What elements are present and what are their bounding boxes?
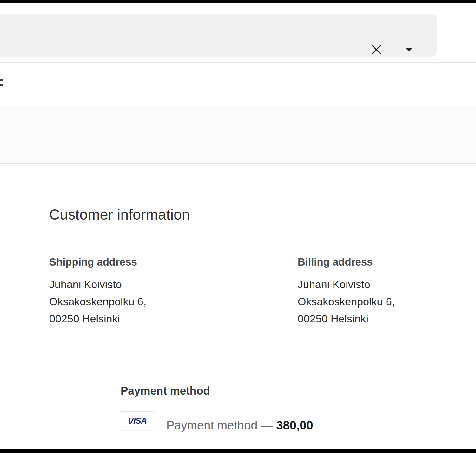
banner-strip [0, 106, 476, 163]
close-icon[interactable] [369, 43, 383, 57]
divider-top [0, 62, 476, 63]
bottom-edge-bar [0, 449, 476, 453]
shipping-address-name: Juhani Koivisto [49, 276, 146, 293]
payment-method-title: Payment method [121, 384, 210, 397]
shipping-address-label: Shipping address [49, 256, 146, 268]
billing-address-block: Billing address Juhani Koivisto Oksakosk… [298, 256, 395, 327]
billing-address-city: 00250 Helsinki [298, 310, 395, 327]
divider-content-top [0, 163, 476, 164]
close-icon-glyph [370, 43, 383, 56]
search-input[interactable] [0, 14, 437, 57]
billing-address-street: Oksakoskenpolku 6, [298, 293, 395, 310]
shipping-address-block: Shipping address Juhani Koivisto Oksakos… [49, 256, 146, 327]
top-edge-bar [0, 0, 476, 3]
payment-method-label: Payment method — [166, 419, 273, 432]
chevron-down-shape [406, 48, 413, 52]
billing-address-label: Billing address [298, 256, 395, 268]
payment-method-row: Payment method — 380,00 [166, 419, 313, 432]
billing-address-name: Juhani Koivisto [298, 276, 395, 293]
shipping-address-street: Oksakoskenpolku 6, [49, 293, 146, 310]
shipping-address-city: 00250 Helsinki [49, 310, 146, 327]
chevron-down-icon[interactable] [404, 45, 414, 55]
visa-card-icon: VISA [120, 411, 155, 430]
payment-amount: 380,00 [276, 419, 313, 432]
list-icon-partial [0, 79, 4, 93]
visa-logo-text: VISA [128, 416, 147, 426]
customer-information-title: Customer information [49, 206, 190, 223]
